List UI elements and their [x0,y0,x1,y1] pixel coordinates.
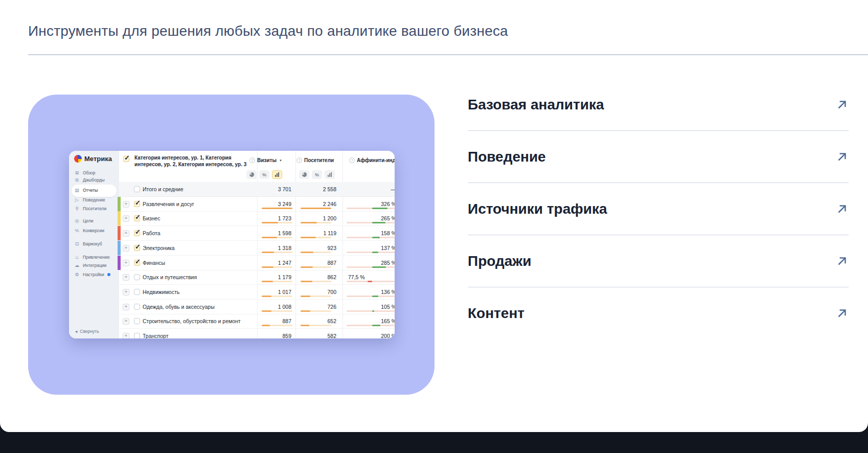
reports-icon: ▤ [74,186,80,194]
link-behavior[interactable]: Поведение [468,131,849,183]
collapse-icon: ◂ [75,329,77,334]
external-arrow-icon [835,255,849,268]
category-color-stripe [118,211,121,225]
conversions-icon: % [74,227,80,235]
category-color-stripe [118,241,121,255]
totals-row: Итого и средние3 7012 558— [119,182,395,197]
affinity-bar [347,281,395,282]
sidebar-item-visitors[interactable]: ⚲Посетители [74,205,106,213]
link-traffic-sources[interactable]: Источники трафика [468,183,849,235]
row-checkbox[interactable] [134,230,140,236]
link-sales[interactable]: Продажи [468,235,849,287]
visitors-bar [301,208,331,209]
dashboards-icon: ⧉ [74,176,80,184]
visits-column-label: Визиты [257,157,277,163]
analytics-links-list: Базовая аналитикаПоведениеИсточники траф… [468,79,849,339]
sidebar-item-dashboards[interactable]: ⧉Дашборды [74,176,105,184]
expand-row-button[interactable]: + [123,230,129,237]
visits-pie-toggle[interactable] [246,170,257,179]
expand-row-button[interactable]: + [123,260,129,266]
row-label: Бизнес [143,211,160,225]
sidebar-item-conversions[interactable]: %Конверсии [74,227,104,235]
expand-row-button[interactable]: + [123,304,129,310]
category-color-stripe [118,197,121,211]
collapse-label: Свернуть [80,329,99,334]
row-checkbox[interactable] [134,304,140,310]
sidebar-item-variocube[interactable]: ⊡Вариокуб [74,240,102,248]
pie-icon [249,172,254,177]
row-label: Финансы [143,256,165,270]
sidebar-item-acquisition[interactable]: ♨Привлечение [74,253,110,261]
sidebar-item-goals[interactable]: ◎Цели [74,217,93,225]
sidebar-item-behavior[interactable]: ▷Поведение [74,196,105,204]
table-row: +Строительство, обустройство и ремонт887… [119,314,395,329]
behavior-icon: ▷ [74,196,80,204]
percent-icon: % [262,172,266,177]
link-label: Базовая аналитика [468,97,604,113]
expand-row-button[interactable]: + [123,201,129,208]
affinity-value: 200 % [344,329,395,338]
visitors-bar [301,310,331,312]
table-row: +Развлечения и досуг3 2492 246326 % [119,197,395,212]
sidebar-item-label: Отчеты [83,186,98,194]
category-color-stripe [118,256,121,270]
affinity-column-header[interactable]: ? Аффинити-индекс [349,157,395,163]
visitors-column-header[interactable]: ? Посетители [296,157,334,163]
row-checkbox[interactable] [134,318,140,324]
visitors-bar [301,325,331,326]
expand-row-button[interactable]: + [123,318,129,325]
metrika-logo: Метрика [74,155,112,163]
visits-bar [262,310,292,312]
sidebar-item-integrations[interactable]: ☁Интеграции [74,261,106,269]
sidebar-collapse-button[interactable]: ◂ Свернуть [75,329,99,334]
sidebar-item-label: Интеграции [83,261,106,269]
table-row: +Одежда, обувь и аксессуары1 008726105 % [119,300,395,314]
row-checkbox[interactable] [134,201,140,207]
link-label: Поведение [468,149,546,165]
row-checkbox[interactable] [134,260,140,266]
row-label: Транспорт [143,329,169,338]
expand-row-button[interactable]: + [123,245,129,252]
expand-row-button[interactable]: + [123,215,129,222]
page-title: Инструменты для решения любых задач по а… [28,23,508,39]
visitors-percent-toggle[interactable]: % [312,170,322,179]
visitors-pie-toggle[interactable] [299,170,309,179]
visits-value: 859 [240,329,291,338]
expand-row-button[interactable]: + [123,333,129,338]
metrica-sidebar: Метрика ⊞Обзор⧉Дашборды▤Отчеты▷Поведение… [69,151,119,338]
link-basic-analytics[interactable]: Базовая аналитика [468,79,849,131]
sidebar-item-reports[interactable]: ▤Отчеты [74,186,98,194]
visits-bars-toggle[interactable] [272,170,282,179]
affinity-bar [347,325,395,326]
sidebar-item-label: Конверсии [83,227,104,235]
visits-column-header[interactable]: ? Визиты ▼ [249,157,282,163]
row-checkbox[interactable] [134,215,140,221]
visitors-bar [301,266,331,268]
row-checkbox[interactable] [134,245,140,251]
hint-icon: ? [296,157,302,163]
external-arrow-icon [835,202,849,216]
sidebar-item-settings[interactable]: ⚙Настройки [74,270,104,279]
sort-desc-icon: ▼ [279,159,282,162]
expand-row-button[interactable]: + [123,274,129,281]
affinity-bar [347,310,395,312]
select-all-checkbox[interactable] [123,156,129,162]
expand-row-button[interactable]: + [123,289,129,296]
external-arrow-icon [835,98,849,111]
goals-icon: ◎ [74,217,80,225]
row-checkbox[interactable] [134,186,140,192]
row-checkbox[interactable] [134,274,140,280]
row-checkbox[interactable] [134,289,140,295]
link-label: Контент [468,305,524,322]
visitors-bars-toggle[interactable] [325,170,335,179]
visits-bar [262,237,292,238]
sidebar-item-label: Поведение [83,196,105,204]
top-divider [28,54,868,55]
metrika-logo-text: Метрика [84,155,112,163]
acquisition-icon: ♨ [74,253,80,261]
visits-percent-toggle[interactable]: % [259,170,269,179]
pie-icon [302,172,307,177]
row-checkbox[interactable] [134,333,140,338]
page: Инструменты для решения любых задач по а… [0,0,868,453]
link-content[interactable]: Контент [468,287,849,339]
